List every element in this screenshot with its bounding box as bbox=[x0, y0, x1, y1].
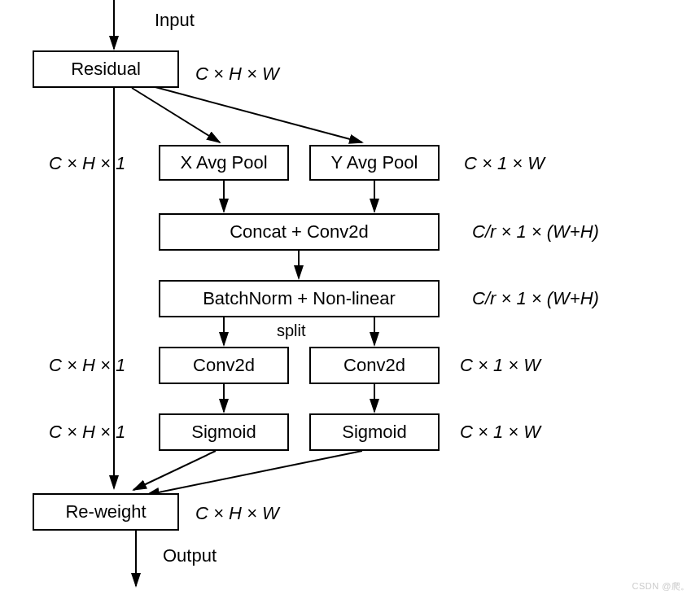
dim-sig-left: C × H × 1 bbox=[49, 422, 125, 443]
conv2d-left-text: Conv2d bbox=[193, 355, 255, 376]
concat-box: Concat + Conv2d bbox=[159, 213, 440, 251]
conv2d-right-box: Conv2d bbox=[309, 347, 440, 384]
watermark-text: CSDN @爬。 bbox=[632, 580, 690, 592]
residual-box: Residual bbox=[33, 50, 179, 88]
yavgpool-text: Y Avg Pool bbox=[331, 152, 418, 173]
svg-line-12 bbox=[147, 451, 362, 495]
dim-yavg-right: C × 1 × W bbox=[464, 153, 545, 174]
sigmoid-left-box: Sigmoid bbox=[159, 413, 289, 451]
input-label: Input bbox=[155, 10, 195, 31]
sigmoid-left-text: Sigmoid bbox=[191, 422, 256, 443]
residual-text: Residual bbox=[71, 59, 141, 80]
dim-bn-right: C/r × 1 × (W+H) bbox=[472, 288, 599, 309]
svg-line-2 bbox=[132, 88, 220, 142]
dim-conv-left: C × H × 1 bbox=[49, 355, 125, 376]
dim-conv-right: C × 1 × W bbox=[460, 355, 540, 376]
batchnorm-text: BatchNorm + Non-linear bbox=[203, 288, 396, 309]
diagram-canvas: Input Output split Residual X Avg Pool Y… bbox=[0, 0, 700, 599]
svg-line-3 bbox=[140, 83, 362, 142]
split-label: split bbox=[277, 321, 306, 340]
conv2d-right-text: Conv2d bbox=[343, 355, 405, 376]
xavgpool-text: X Avg Pool bbox=[180, 152, 267, 173]
dim-reweight: C × H × W bbox=[195, 503, 279, 524]
dim-residual: C × H × W bbox=[195, 63, 279, 85]
sigmoid-right-box: Sigmoid bbox=[309, 413, 440, 451]
batchnorm-box: BatchNorm + Non-linear bbox=[159, 280, 440, 317]
dim-concat-right: C/r × 1 × (W+H) bbox=[472, 221, 599, 243]
output-label: Output bbox=[163, 545, 217, 566]
conv2d-left-box: Conv2d bbox=[159, 347, 289, 384]
svg-line-11 bbox=[133, 451, 216, 490]
reweight-box: Re-weight bbox=[33, 493, 179, 531]
reweight-text: Re-weight bbox=[65, 501, 146, 522]
dim-xavg-left: C × H × 1 bbox=[49, 153, 125, 174]
concat-text: Concat + Conv2d bbox=[230, 221, 369, 243]
dim-sig_right: C × 1 × W bbox=[460, 422, 540, 443]
yavgpool-box: Y Avg Pool bbox=[309, 145, 440, 181]
sigmoid-right-text: Sigmoid bbox=[342, 422, 406, 443]
xavgpool-box: X Avg Pool bbox=[159, 145, 289, 181]
